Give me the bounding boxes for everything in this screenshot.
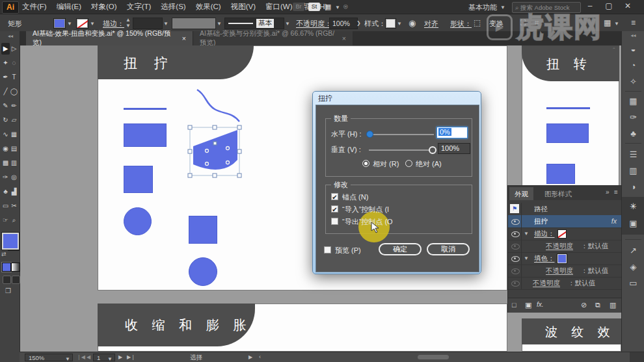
isolate-icon[interactable]: ⌗	[535, 18, 539, 27]
turn-demo-square[interactable]	[546, 164, 575, 184]
horizontal-scrollbar-thumb[interactable]	[418, 355, 449, 359]
cancel-button[interactable]: 取消	[427, 243, 470, 255]
stock-button[interactable]: St	[308, 3, 320, 11]
stroke-none-swatch[interactable]	[557, 229, 567, 239]
tab-graphic-styles[interactable]: 图形样式	[539, 187, 577, 200]
stroke-color-swatch[interactable]	[76, 18, 88, 29]
absolute-radio[interactable]	[405, 160, 412, 167]
visibility-eye-icon[interactable]	[511, 231, 520, 237]
visibility-eye-icon[interactable]	[511, 244, 520, 250]
gradient-tool[interactable]: ▥	[10, 157, 18, 169]
shape-bounds-icon[interactable]: ⬚	[474, 18, 481, 27]
paintbrush-tool[interactable]: ✎	[1, 100, 10, 112]
shape-builder-tool[interactable]: ◉	[1, 143, 10, 155]
close-button[interactable]: ✕	[619, 0, 636, 13]
first-artboard-icon[interactable]: ❘◀	[77, 354, 85, 360]
ok-button[interactable]: 确定	[379, 243, 422, 255]
export-panel-icon[interactable]: ↗	[622, 246, 644, 255]
layout-icon[interactable]: ▦	[325, 3, 331, 11]
shape-label[interactable]: 形状：	[450, 19, 472, 29]
opacity-label[interactable]: 不透明度：	[296, 19, 332, 29]
magic-wand-tool[interactable]: ✦	[1, 57, 10, 69]
bridge-button[interactable]: Br	[293, 3, 304, 11]
artboard-number-dropdown[interactable]: 1 ▼	[93, 354, 115, 361]
perspective-grid-tool[interactable]: ▤	[10, 143, 18, 155]
appearance-row-fill-opacity[interactable]: 不透明度 ：默认值	[508, 265, 622, 278]
menu-type[interactable]: 文字(T)	[127, 2, 152, 12]
pencil-tool[interactable]: ✏	[10, 100, 18, 112]
chevron-down-icon[interactable]: ▼	[397, 21, 402, 27]
draw-normal-button[interactable]	[3, 276, 11, 284]
stepper-up-icon[interactable]: ▲	[126, 17, 131, 23]
color-guide-panel-icon[interactable]: ◔	[622, 60, 644, 70]
chevron-down-icon[interactable]: ▼	[217, 21, 222, 27]
vertical-slider-knob[interactable]	[429, 146, 436, 154]
anchor-checkbox[interactable]: ✔	[331, 193, 338, 200]
in-control-checkbox[interactable]: ✔	[331, 205, 338, 213]
stepper-down-icon[interactable]: ▼	[126, 23, 131, 29]
hand-tool[interactable]: ☞	[1, 214, 10, 226]
menu-object[interactable]: 对象(O)	[91, 2, 117, 12]
fill-blue-swatch[interactable]	[557, 254, 567, 263]
minimize-button[interactable]: –	[582, 0, 598, 13]
chevron-down-icon[interactable]: ▼	[500, 5, 505, 10]
horizontal-slider[interactable]	[369, 134, 434, 135]
visibility-eye-icon[interactable]	[511, 256, 520, 262]
menu-file[interactable]: 文件(F)	[22, 2, 47, 12]
style-swatch[interactable]	[385, 18, 396, 29]
close-tab-icon[interactable]: ×	[182, 34, 186, 42]
appearance-row-path[interactable]: ⚑ 路径	[508, 203, 622, 216]
draw-behind-button[interactable]	[12, 276, 20, 284]
share-icon[interactable]: ⌾	[343, 3, 348, 11]
panel-menu-icon[interactable]: ≡	[614, 188, 618, 196]
transparency-panel-icon[interactable]: ◑	[622, 182, 644, 192]
panel-menu-icon[interactable]: ≡	[631, 18, 636, 27]
free-transform-tool[interactable]: ▦	[10, 129, 18, 140]
appearance-row-stroke[interactable]: ▼ 描边：	[508, 227, 622, 240]
column-graph-tool[interactable]: ▟	[10, 186, 18, 198]
symbols-panel-icon[interactable]: ♣	[622, 129, 644, 138]
appearance-row-twist-effect[interactable]: 扭拧 fx	[508, 215, 622, 228]
visibility-eye-icon[interactable]	[511, 268, 520, 274]
layers-panel-icon[interactable]: ◈	[622, 262, 644, 272]
add-new-fill-icon[interactable]: ▣	[525, 301, 531, 309]
expand-chevron-icon[interactable]: ▼	[524, 255, 529, 261]
slice-tool[interactable]: ✂	[10, 200, 18, 212]
transform-label[interactable]: 变换	[489, 19, 503, 29]
swatches-panel-icon[interactable]: ▦	[622, 96, 644, 106]
rotate-tool[interactable]: ↻	[1, 114, 10, 126]
artboard-tool[interactable]: ▭	[1, 200, 10, 212]
turn-demo-line[interactable]	[546, 107, 590, 109]
selection-tool[interactable]: ▶	[1, 43, 10, 55]
menu-effect[interactable]: 效果(C)	[196, 2, 221, 12]
chevron-down-icon[interactable]: ▼	[67, 21, 72, 27]
color-mode-button[interactable]	[2, 263, 11, 272]
status-arrow-icon[interactable]: ▶	[248, 354, 252, 360]
vertical-value-field[interactable]: 100%	[438, 143, 470, 154]
zoom-level-dropdown[interactable]: 150% ▼	[25, 354, 73, 361]
fill-color-swatch[interactable]	[53, 18, 66, 29]
appearance-panel-icon[interactable]: ✳	[622, 201, 644, 211]
collapse-panel-icon[interactable]: »	[606, 188, 610, 196]
scroll-left-icon[interactable]: ‹	[259, 354, 261, 360]
swap-fill-stroke-icon[interactable]: ⇄	[1, 251, 7, 257]
twisted-shape[interactable]	[193, 130, 237, 170]
fill-proxy-swatch[interactable]	[2, 233, 19, 250]
vertical-slider[interactable]	[369, 149, 431, 151]
recolor-artwork-icon[interactable]: ◉	[409, 18, 416, 28]
zoom-tool[interactable]: ⌕	[10, 214, 18, 226]
brush-definition-dropdown[interactable]: 基本	[224, 18, 284, 29]
stroke-weight-field[interactable]	[133, 18, 163, 29]
collapse-chevron-icon[interactable]: ˆ	[613, 47, 615, 55]
stock-search-input[interactable]: ⌕ 搜索 Adobe Stock	[512, 2, 581, 13]
expand-chevron-icon[interactable]: ▼	[524, 231, 529, 237]
brushes-panel-icon[interactable]: ✑	[622, 112, 644, 122]
width-tool[interactable]: ∿	[1, 129, 10, 140]
appearance-row-fill[interactable]: ▼ 填色：	[508, 252, 622, 265]
width-profile-dropdown[interactable]	[172, 18, 216, 29]
type-tool[interactable]: T	[10, 71, 18, 83]
stroke-panel-icon[interactable]: ☰	[622, 149, 644, 159]
menu-edit[interactable]: 编辑(E)	[57, 2, 81, 12]
menu-view[interactable]: 视图(V)	[231, 2, 256, 12]
last-artboard-icon[interactable]: ▶❘	[127, 354, 135, 360]
